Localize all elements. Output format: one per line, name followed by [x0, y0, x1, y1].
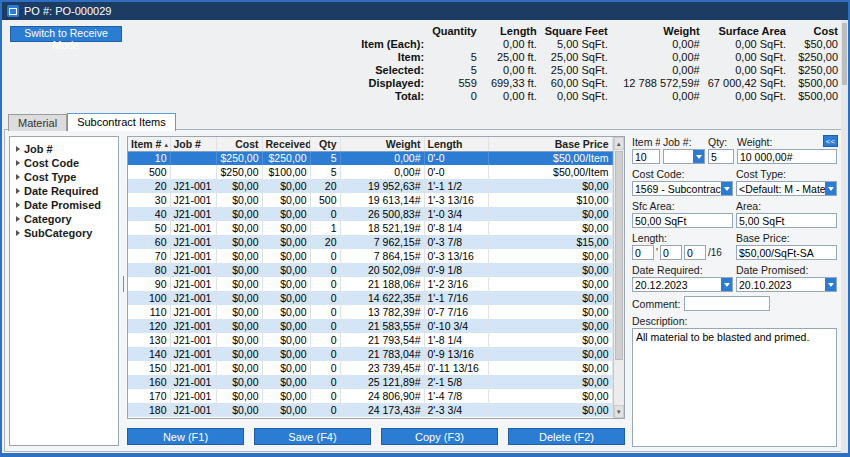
grid-column-header-item[interactable]: Item #▲	[128, 137, 170, 151]
grid-cell[interactable]: 24 806,90#	[340, 389, 424, 403]
grid-cell[interactable]: $0,00	[262, 193, 310, 207]
grid-cell[interactable]: 26 500,83#	[340, 207, 424, 221]
grid-cell[interactable]: 20	[310, 179, 340, 193]
grid-cell[interactable]: 0	[310, 375, 340, 389]
grid-cell[interactable]: $0,00	[488, 207, 612, 221]
grid-cell[interactable]: 20 502,09#	[340, 263, 424, 277]
grid-cell[interactable]: J21-001	[170, 179, 216, 193]
grid-cell[interactable]: $0,00	[262, 347, 310, 361]
grid-cell[interactable]: $15,00	[488, 235, 612, 249]
grid-cell[interactable]	[170, 165, 216, 179]
grid-cell[interactable]: $0,00	[262, 277, 310, 291]
weight-field[interactable]: 10 000,00#	[737, 149, 837, 164]
grid-cell[interactable]: 60	[128, 235, 170, 249]
grid-cell[interactable]: 80	[128, 263, 170, 277]
grid-cell[interactable]: $0,00	[488, 249, 612, 263]
grid-cell[interactable]: $250,00	[216, 165, 262, 179]
grid-cell[interactable]: $0,00	[216, 361, 262, 375]
grid-cell[interactable]: 21 188,06#	[340, 277, 424, 291]
grid-column-header-weight[interactable]: Weight	[340, 137, 424, 151]
window-scrollbar-thumb[interactable]	[842, 23, 847, 85]
grid-cell[interactable]: $50,00/Item	[488, 151, 612, 165]
grid-cell[interactable]: $0,00	[262, 235, 310, 249]
chevron-down-icon[interactable]	[693, 150, 704, 163]
grid-row[interactable]: 100J21-001$0,00$0,00014 622,35#1'-1 7/16…	[128, 291, 612, 305]
grid-cell[interactable]: 14 622,35#	[340, 291, 424, 305]
grid-cell[interactable]: J21-001	[170, 263, 216, 277]
switch-to-receive-mode-button[interactable]: Switch to Receive Mode	[10, 26, 122, 42]
grid-cell[interactable]: 18 521,19#	[340, 221, 424, 235]
grid-cell[interactable]: J21-001	[170, 347, 216, 361]
grid-cell[interactable]: J21-001	[170, 277, 216, 291]
qty-field[interactable]: 5	[708, 149, 734, 164]
grid-cell[interactable]: 70	[128, 249, 170, 263]
grid-cell[interactable]: 90	[128, 277, 170, 291]
grid-row[interactable]: 130J21-001$0,00$0,00021 793,54#1'-8 1/4$…	[128, 333, 612, 347]
grid-cell[interactable]: $250,00	[216, 151, 262, 165]
grid-cell[interactable]: $0,00	[262, 249, 310, 263]
scrollbar-thumb[interactable]	[615, 151, 624, 360]
grid-cell[interactable]: 0	[310, 277, 340, 291]
date-promised-dropdown[interactable]: 20.10.2023	[736, 277, 837, 292]
grid-cell[interactable]: 0	[310, 291, 340, 305]
grid-cell[interactable]: 0,00#	[340, 151, 424, 165]
grid-row[interactable]: 120J21-001$0,00$0,00021 583,55#0'-10 3/4…	[128, 319, 612, 333]
grid-cell[interactable]: 5	[310, 165, 340, 179]
grid-cell[interactable]: $0,00	[216, 179, 262, 193]
tab-material[interactable]: Material	[8, 114, 67, 131]
grid-row[interactable]: 180J21-001$0,00$0,00024 173,43#2'-3 3/4$…	[128, 403, 612, 417]
grid-cell[interactable]: $50,00/Item	[488, 165, 612, 179]
grid-cell[interactable]: J21-001	[170, 249, 216, 263]
grid-row[interactable]: 90J21-001$0,00$0,00021 188,06#1'-2 3/16$…	[128, 277, 612, 291]
grid-cell[interactable]: 2'-1 5/8	[424, 375, 488, 389]
grid-row[interactable]: 80J21-001$0,00$0,00020 502,09#0'-9 1/8$0…	[128, 263, 612, 277]
grid-cell[interactable]: $0,00	[488, 375, 612, 389]
grid-cell[interactable]: 180	[128, 403, 170, 417]
grid-cell[interactable]: 0	[310, 207, 340, 221]
grid-cell[interactable]: 1'-3 13/16	[424, 193, 488, 207]
grid-cell[interactable]: $0,00	[488, 319, 612, 333]
grid-cell[interactable]: $0,00	[216, 249, 262, 263]
area-field[interactable]: 5,00 SqFt	[736, 213, 837, 228]
grid-cell[interactable]: $0,00	[262, 263, 310, 277]
cost-type-dropdown[interactable]: <Default: M - Materials>	[736, 181, 837, 196]
grid-cell[interactable]: 40	[128, 207, 170, 221]
grid-cell[interactable]: 160	[128, 375, 170, 389]
grid-cell[interactable]: 1'-0 3/4	[424, 207, 488, 221]
grid-cell[interactable]: $100,00	[262, 165, 310, 179]
grid-cell[interactable]: 0'-3 13/16	[424, 249, 488, 263]
grid-cell[interactable]: 0'-9 13/16	[424, 347, 488, 361]
grid-cell[interactable]: $0,00	[488, 361, 612, 375]
grid-cell[interactable]: $0,00	[216, 193, 262, 207]
date-required-dropdown[interactable]: 20.12.2023	[632, 277, 733, 292]
grid-cell[interactable]	[170, 151, 216, 165]
scrollbar-track[interactable]	[614, 150, 625, 405]
window-scrollbar[interactable]	[841, 20, 848, 453]
comment-field[interactable]	[684, 296, 770, 311]
grid-cell[interactable]: 1'-1 7/16	[424, 291, 488, 305]
grid-row[interactable]: 50J21-001$0,00$0,00118 521,19#0'-8 1/4$0…	[128, 221, 612, 235]
grid-cell[interactable]: $250,00	[262, 151, 310, 165]
splitter[interactable]	[121, 136, 126, 446]
grid-cell[interactable]: $0,00	[262, 319, 310, 333]
grid-cell[interactable]: $0,00	[488, 179, 612, 193]
grid-cell[interactable]: 0	[310, 361, 340, 375]
grid-cell[interactable]: 170	[128, 389, 170, 403]
grid-cell[interactable]: 140	[128, 347, 170, 361]
grid-cell[interactable]: J21-001	[170, 235, 216, 249]
grid-cell[interactable]: 0	[310, 319, 340, 333]
tree-item-cost-code[interactable]: Cost Code	[14, 156, 114, 170]
grid-cell[interactable]: 19 613,14#	[340, 193, 424, 207]
grid-cell[interactable]: J21-001	[170, 193, 216, 207]
grid-column-header-length[interactable]: Length	[424, 137, 488, 151]
grid-cell[interactable]: $0,00	[262, 333, 310, 347]
tree-item-date-promised[interactable]: Date Promised	[14, 198, 114, 212]
grid-cell[interactable]: 7 962,15#	[340, 235, 424, 249]
grid-cell[interactable]: 0'-7 7/16	[424, 305, 488, 319]
grid-cell[interactable]: J21-001	[170, 305, 216, 319]
description-textarea[interactable]: All material to be blasted and primed.	[632, 328, 837, 447]
grid-cell[interactable]: 0	[310, 249, 340, 263]
tree-item-subcategory[interactable]: SubCategory	[14, 226, 114, 240]
grid-cell[interactable]: $0,00	[262, 179, 310, 193]
grid-cell[interactable]: $0,00	[216, 235, 262, 249]
